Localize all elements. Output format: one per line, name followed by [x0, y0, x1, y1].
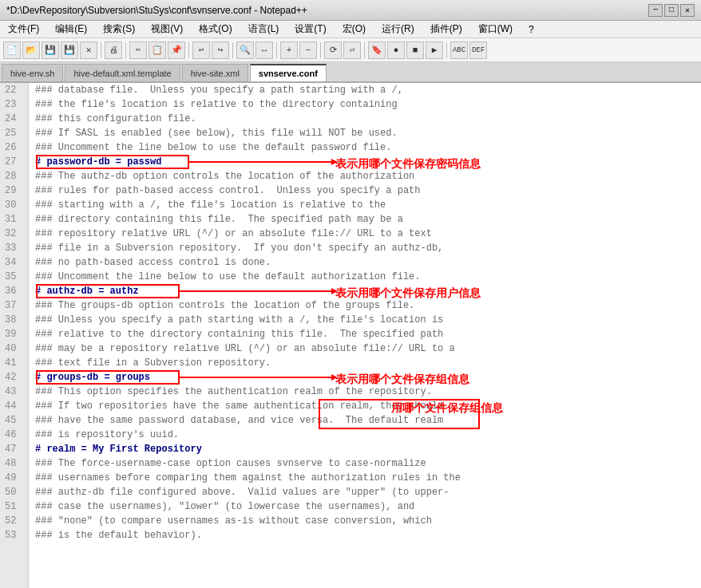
- minimize-button[interactable]: ─: [648, 4, 663, 17]
- tab-hive-site[interactable]: hive-site.xml: [182, 64, 248, 81]
- line-number: 43: [5, 385, 23, 399]
- code-line[interactable]: ### This option specifies the authentica…: [35, 385, 695, 399]
- window-buttons: ─ □ ✕: [648, 4, 695, 17]
- line-number: 23: [5, 97, 23, 112]
- menu-help[interactable]: ?: [524, 23, 539, 36]
- new-button[interactable]: 📄: [3, 41, 21, 59]
- save-button[interactable]: 💾: [42, 41, 59, 59]
- code-line[interactable]: ### The authz-db option controls the loc…: [35, 169, 695, 184]
- menu-edit[interactable]: 编辑(E): [50, 22, 92, 37]
- menu-bar: 文件(F) 编辑(E) 搜索(S) 视图(V) 格式(O) 语言(L) 设置(T…: [0, 21, 701, 38]
- line-number: 53: [5, 528, 23, 543]
- copy-button[interactable]: 📋: [149, 41, 166, 59]
- code-line[interactable]: ### relative to the directory containing…: [35, 327, 695, 341]
- line-number: 44: [5, 399, 23, 413]
- line-number: 40: [5, 341, 23, 356]
- run-button[interactable]: ABC: [450, 41, 468, 59]
- close-button[interactable]: ✕: [680, 4, 695, 17]
- print-button[interactable]: 🖨: [105, 41, 122, 59]
- toolbar-sep-1: [101, 42, 101, 58]
- code-line[interactable]: ### the file's location is relative to t…: [35, 97, 695, 112]
- menu-view[interactable]: 视图(V): [146, 22, 188, 37]
- code-line[interactable]: ### case the usernames), "lower" (to low…: [35, 499, 695, 514]
- code-content[interactable]: ### database file. Unless you specify a …: [29, 83, 701, 588]
- code-line[interactable]: ### rules for path-based access control.…: [35, 184, 695, 198]
- code-line[interactable]: ### no path-based access control is done…: [35, 255, 695, 270]
- code-line[interactable]: ### "none" (to compare usernames as-is w…: [35, 514, 695, 528]
- code-line[interactable]: # password-db = passwd: [35, 155, 695, 169]
- code-line[interactable]: ### file in a Subversion repository. If …: [35, 241, 695, 255]
- line-number: 41: [5, 356, 23, 370]
- find-button[interactable]: 🔍: [236, 41, 254, 59]
- line-number: 32: [5, 227, 23, 241]
- code-line[interactable]: # authz-db = authz: [35, 284, 695, 298]
- code-line[interactable]: ### have the same password database, and…: [35, 413, 695, 428]
- menu-settings[interactable]: 设置(T): [290, 22, 331, 37]
- close-doc-button[interactable]: ✕: [80, 41, 97, 59]
- toolbar: 📄 📂 💾 💾 ✕ 🖨 ✂ 📋 📌 ↩ ↪ 🔍 ↔ + − ⟳ ⏎ 🔖 ● ■ …: [0, 38, 701, 62]
- code-line[interactable]: ### The groups-db option controls the lo…: [35, 298, 695, 313]
- save-all-button[interactable]: 💾: [61, 41, 78, 59]
- line-number: 25: [5, 126, 23, 140]
- code-line[interactable]: ### If two repositories have the same au…: [35, 399, 695, 413]
- menu-macro[interactable]: 宏(O): [338, 22, 370, 37]
- code-line[interactable]: ### starting with a /, the file's locati…: [35, 198, 695, 212]
- line-number: 28: [5, 169, 23, 184]
- open-button[interactable]: 📂: [22, 41, 40, 59]
- code-line[interactable]: ### The force-username-case option cause…: [35, 456, 695, 471]
- toolbar-sep-4: [232, 42, 233, 58]
- line-number: 24: [5, 112, 23, 126]
- title-bar: *D:\DevRepository\Subversion\StuSys\conf…: [0, 0, 701, 21]
- redo-button[interactable]: ↪: [212, 41, 229, 59]
- menu-run[interactable]: 运行(R): [377, 22, 419, 37]
- code-line[interactable]: ### Unless you specify a path starting w…: [35, 313, 695, 327]
- code-line[interactable]: # realm = My First Repository: [35, 442, 695, 456]
- menu-language[interactable]: 语言(L): [244, 22, 284, 37]
- tab-bar: hive-env.sh hive-default.xml.template hi…: [0, 62, 701, 83]
- undo-button[interactable]: ↩: [192, 41, 210, 59]
- macro-record-button[interactable]: ●: [387, 41, 405, 59]
- macro-play-button[interactable]: ▶: [426, 41, 443, 59]
- code-line[interactable]: ### If SASL is enabled (see below), this…: [35, 126, 695, 140]
- line-number: 37: [5, 298, 23, 313]
- tab-svnserve-conf[interactable]: svnserve.conf: [250, 64, 327, 81]
- maximize-button[interactable]: □: [664, 4, 679, 17]
- code-line[interactable]: ### text file in a Subversion repository…: [35, 356, 695, 370]
- line-number: 39: [5, 327, 23, 341]
- wrap-button[interactable]: ⏎: [343, 41, 361, 59]
- zoom-out-button[interactable]: −: [299, 41, 317, 59]
- code-line[interactable]: ### database file. Unless you specify a …: [35, 83, 695, 97]
- code-line[interactable]: ### repository relative URL (^/) or an a…: [35, 227, 695, 241]
- code-line[interactable]: ### Uncomment the line below to use the …: [35, 140, 695, 155]
- code-line[interactable]: ### may be a repository relative URL (^/…: [35, 341, 695, 356]
- tab-hive-env[interactable]: hive-env.sh: [2, 64, 63, 81]
- code-line[interactable]: # groups-db = groups: [35, 370, 695, 385]
- paste-button[interactable]: 📌: [168, 41, 185, 59]
- line-number: 33: [5, 241, 23, 255]
- code-line[interactable]: ### authz-db file configured above. Vali…: [35, 485, 695, 499]
- code-line[interactable]: ### is the default behavior).: [35, 528, 695, 543]
- toolbar-sep-8: [446, 42, 447, 58]
- menu-window[interactable]: 窗口(W): [473, 22, 517, 37]
- line-number: 30: [5, 198, 23, 212]
- menu-plugins[interactable]: 插件(P): [426, 22, 467, 37]
- cut-button[interactable]: ✂: [129, 41, 147, 59]
- line-number: 48: [5, 456, 23, 471]
- zoom-in-button[interactable]: +: [280, 41, 298, 59]
- line-number: 36: [5, 284, 23, 298]
- code-line[interactable]: ### directory containing this file. The …: [35, 212, 695, 227]
- run2-button[interactable]: DEF: [469, 41, 487, 59]
- code-line[interactable]: ### this configuration file.: [35, 112, 695, 126]
- macro-stop-button[interactable]: ■: [406, 41, 424, 59]
- menu-file[interactable]: 文件(F): [3, 22, 44, 37]
- menu-format[interactable]: 格式(O): [194, 22, 236, 37]
- sync-button[interactable]: ⟳: [324, 41, 342, 59]
- bookmark-button[interactable]: 🔖: [368, 41, 386, 59]
- replace-button[interactable]: ↔: [255, 41, 273, 59]
- menu-search[interactable]: 搜索(S): [98, 22, 140, 37]
- tab-hive-default[interactable]: hive-default.xml.template: [65, 64, 180, 81]
- line-number: 47: [5, 442, 23, 456]
- code-line[interactable]: ### is repository's uuid.: [35, 428, 695, 442]
- code-line[interactable]: ### Uncomment the line below to use the …: [35, 270, 695, 284]
- code-line[interactable]: ### usernames before comparing them agai…: [35, 471, 695, 485]
